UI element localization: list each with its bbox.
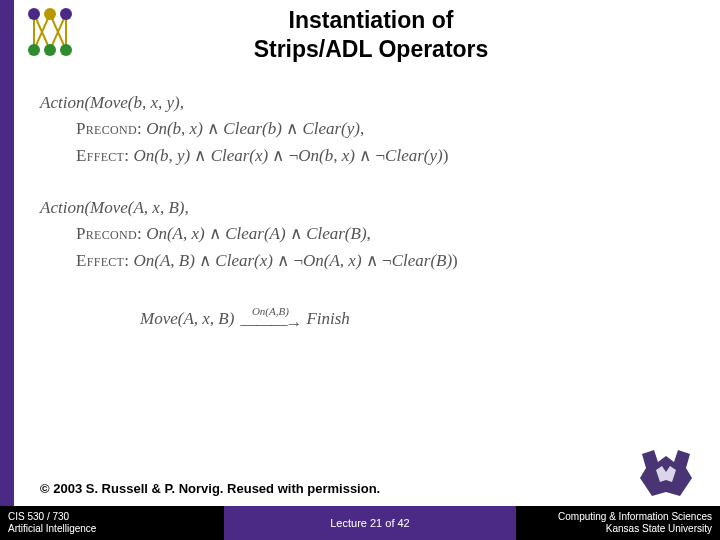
- ksu-wildcat-icon: [636, 448, 696, 500]
- effect-line: Effect: On(A, B) ∧ Clear(x) ∧ ¬On(A, x) …: [76, 248, 680, 274]
- title-line-2: Strips/ADL Operators: [254, 36, 489, 62]
- title-line-1: Instantiation of: [289, 7, 454, 33]
- department: Computing & Information Sciences: [520, 511, 712, 524]
- svg-point-10: [44, 44, 56, 56]
- arrow-left-label: Move(A, x, B): [140, 306, 234, 332]
- slide-body: Action(Move(b, x, y), Precond: On(b, x) …: [40, 90, 680, 332]
- network-logo-icon: [20, 4, 82, 60]
- action-line: Action(Move(A, x, B),: [40, 195, 680, 221]
- labeled-arrow-icon: On(A,B) ———→: [240, 306, 300, 332]
- course-name: Artificial Intelligence: [8, 523, 220, 536]
- footer-bar: CIS 530 / 730 Artificial Intelligence Le…: [0, 506, 720, 540]
- course-code: CIS 530 / 730: [8, 511, 220, 524]
- svg-point-11: [60, 44, 72, 56]
- lecture-number: Lecture 21 of 42: [330, 517, 410, 529]
- precond-line: Precond: On(A, x) ∧ Clear(A) ∧ Clear(B),: [76, 221, 680, 247]
- left-purple-bar: [0, 0, 14, 540]
- svg-point-9: [28, 44, 40, 56]
- svg-point-7: [44, 8, 56, 20]
- university: Kansas State University: [520, 523, 712, 536]
- page-title: Instantiation of Strips/ADL Operators: [82, 0, 720, 64]
- footer-center: Lecture 21 of 42: [224, 506, 516, 540]
- arrow-right-label: Finish: [306, 306, 349, 332]
- header: Instantiation of Strips/ADL Operators: [14, 0, 720, 68]
- svg-point-6: [28, 8, 40, 20]
- footer-right: Computing & Information Sciences Kansas …: [520, 511, 720, 536]
- svg-point-8: [60, 8, 72, 20]
- operator-block-instance: Action(Move(A, x, B), Precond: On(A, x) …: [40, 195, 680, 274]
- action-line: Action(Move(b, x, y),: [40, 90, 680, 116]
- credit-line: © 2003 S. Russell & P. Norvig. Reused wi…: [40, 481, 380, 496]
- precond-line: Precond: On(b, x) ∧ Clear(b) ∧ Clear(y),: [76, 116, 680, 142]
- effect-line: Effect: On(b, y) ∧ Clear(x) ∧ ¬On(b, x) …: [76, 143, 680, 169]
- operator-block-generic: Action(Move(b, x, y), Precond: On(b, x) …: [40, 90, 680, 169]
- footer-left: CIS 530 / 730 Artificial Intelligence: [0, 511, 220, 536]
- plan-arrow: Move(A, x, B) On(A,B) ———→ Finish: [140, 306, 680, 332]
